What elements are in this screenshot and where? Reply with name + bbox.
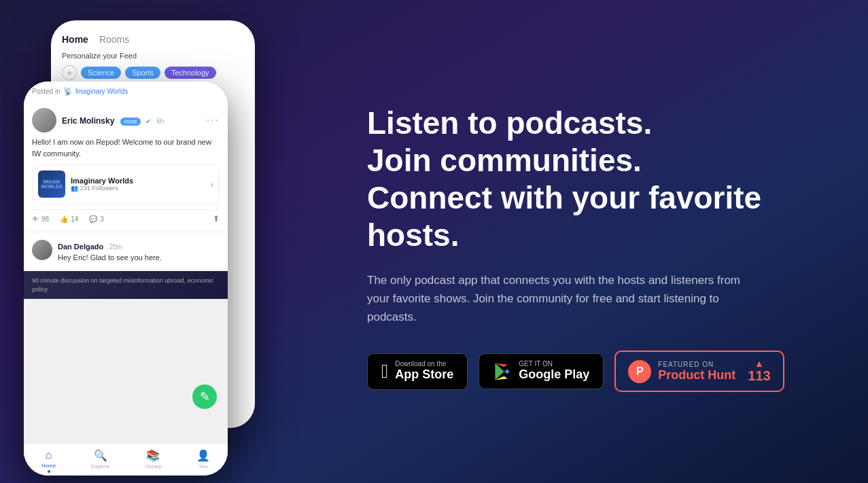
ph-small-label: FEATURED ON [658,361,735,368]
post-stats: 👁 98 👍 14 💬 3 ⬆ [32,209,220,223]
rss-icon: 📡 [63,87,73,96]
you-nav-icon: 👤 [196,449,210,462]
views-stat: 👁 98 [32,215,49,223]
verified-icon: ✔ [145,118,151,125]
front-post-avatar [32,108,56,132]
apple-icon:  [381,361,388,382]
library-nav-label: Library [145,463,161,469]
product-hunt-badge[interactable]: P FEATURED ON Product Hunt ▲ 113 [614,351,784,392]
views-count: 98 [41,215,49,223]
podcast-name: Imaginary Worlds [71,177,133,185]
home-nav-icon: ⌂ [46,449,52,461]
google-play-small-label: GET IT ON [519,361,589,368]
app-store-big-label: App Store [395,368,453,382]
hero-section: Listen to podcasts. Join communities. Co… [326,64,868,419]
comments-count: 3 [100,215,104,223]
front-post-dots[interactable]: ··· [207,114,220,126]
product-hunt-icon: P [628,360,651,383]
back-nav-rooms: Rooms [99,34,129,45]
content-spacer [24,299,228,443]
google-play-button[interactable]: GET IT ON Google Play [479,353,604,390]
followers-icon: 👥 [71,185,78,192]
headline-line1: Listen to podcasts. [367,105,827,142]
back-feed-label: Personalize your Feed [62,52,244,60]
headline-line3: Connect with your favorite hosts. [367,179,827,254]
host-badge: Host [120,118,141,126]
like-icon: 👍 [60,215,68,223]
phone-mockup-section: Home Rooms Personalize your Feed + Scien… [0,0,326,483]
podcast-banner: 90 minute discussion on targeted misinfo… [24,271,228,299]
nav-library[interactable]: 📚 Library [145,449,161,473]
podcast-banner-text: 90 minute discussion on targeted misinfo… [32,276,220,293]
bottom-nav: ⌂ Home 🔍 Explore 📚 Library 👤 You [24,443,228,476]
podcast-followers: 👥 231 Followers [71,185,133,192]
comment-text: Hey Eric! Glad to see you here. [58,253,162,262]
front-post-text: Hello! I am now on Repod! Welcome to our… [32,137,220,159]
comments-stat[interactable]: 💬 3 [89,215,104,223]
podcast-embed-card[interactable]: IMAGINWORLDS Imaginary Worlds 👥 231 Foll… [32,164,220,204]
posted-in-bar: Posted in 📡 Imaginary Worlds [24,82,228,101]
explore-nav-icon: 🔍 [94,449,107,462]
back-nav-home: Home [62,34,88,45]
headline: Listen to podcasts. Join communities. Co… [367,105,827,255]
ph-count-section: ▲ 113 [748,359,770,384]
channel-name[interactable]: Imaginary Worlds [75,88,128,95]
main-post-card: Eric Molinsky Host ✔ 6h ··· Hello! I am … [24,101,228,230]
nav-explore[interactable]: 🔍 Explore [91,449,109,473]
comment-time: 20m [109,243,122,251]
likes-count: 14 [71,215,78,223]
subheadline: The only podcast app that connects you w… [367,271,761,327]
library-nav-icon: 📚 [146,449,160,462]
explore-nav-label: Explore [91,463,109,469]
fab-button[interactable]: ✎ [192,384,217,409]
nav-you[interactable]: 👤 You [196,449,210,473]
nav-home[interactable]: ⌂ Home [41,449,56,473]
share-icon[interactable]: ⬆ [213,214,220,223]
ph-upvote-arrow: ▲ [754,359,764,368]
ph-big-label: Product Hunt [658,368,735,382]
home-nav-label: Home [41,463,56,469]
nav-active-indicator [48,470,50,473]
app-store-button[interactable]:  Download on the App Store [367,353,468,390]
podcast-thumb: IMAGINWORLDS [38,171,65,198]
google-play-big-label: Google Play [519,368,589,382]
phone-front: Posted in 📡 Imaginary Worlds Eric Molins… [24,82,228,476]
tag-science[interactable]: Science [81,67,121,79]
comment-avatar [32,240,52,260]
comment-section: Dan Delgado 20m Hey Eric! Glad to see yo… [24,233,228,268]
app-store-small-label: Download on the [395,361,453,368]
google-play-icon [493,362,512,381]
front-author-name: Eric Molinsky [62,116,114,126]
headline-line2: Join communities. [367,142,827,179]
tag-tech[interactable]: Technology [164,67,216,79]
likes-stat[interactable]: 👍 14 [60,215,78,223]
front-post-time: 6h [156,118,164,125]
comment-author: Dan Delgado [58,243,103,251]
posted-in-label: Posted in [32,88,60,95]
you-nav-label: You [198,463,208,469]
tag-plus-button[interactable]: + [62,65,77,80]
comment-icon: 💬 [89,215,97,223]
cta-buttons-row:  Download on the App Store GET IT ON Go… [367,351,827,392]
tag-sports[interactable]: Sports [125,67,160,79]
podcast-arrow-icon: › [210,179,213,190]
eye-icon: 👁 [32,215,39,223]
ph-count-number: 113 [748,368,770,384]
